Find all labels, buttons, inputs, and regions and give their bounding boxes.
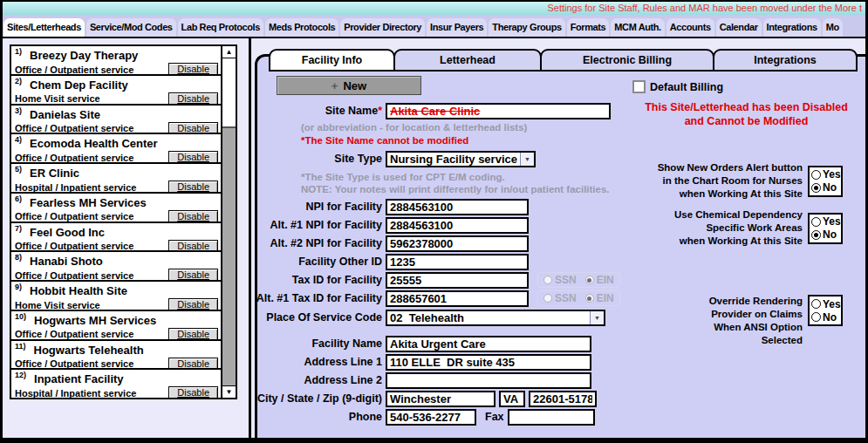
site-list-item[interactable]: 2)Chem Dep Facility Home Visit serviceDi…: [11, 76, 221, 106]
site-list-item[interactable]: 10)Hogwarts MH Services Office / Outpati…: [11, 311, 221, 341]
npi-input[interactable]: [386, 199, 529, 215]
tab-facility-info[interactable]: Facility Info: [269, 49, 395, 72]
scroll-down-arrow-icon[interactable]: ▼: [222, 385, 236, 398]
disable-site-button[interactable]: Disable: [168, 63, 218, 76]
ssn-radio[interactable]: [543, 276, 552, 284]
yes-radio[interactable]: [811, 170, 821, 180]
disable-site-button[interactable]: Disable: [168, 328, 218, 341]
facility-name-input[interactable]: [386, 336, 591, 352]
tax-id-input[interactable]: [386, 272, 529, 289]
ein-option[interactable]: EIN: [585, 292, 614, 304]
disable-site-button[interactable]: Disable: [168, 151, 218, 164]
city-input[interactable]: [386, 391, 496, 407]
site-name: Hanabi Shoto: [30, 255, 103, 268]
nav-tab-integrations[interactable]: Integrations: [763, 18, 821, 37]
yes-option[interactable]: Yes: [811, 297, 839, 310]
site-number: 9): [15, 283, 22, 291]
site-list-item[interactable]: 3)Danielas Site Office / Outpatient serv…: [11, 106, 221, 135]
moved-settings-notice: Settings for Site Staff, Rules and MAR h…: [547, 3, 862, 13]
yes-radio[interactable]: [811, 217, 821, 227]
scrollbar-thumb[interactable]: [222, 58, 236, 128]
site-list-item[interactable]: 11)Hogwarts Telehealth Office / Outpatie…: [11, 341, 221, 371]
site-name: Hogwarts Telehealth: [34, 344, 144, 357]
alt1-npi-input[interactable]: [386, 217, 529, 234]
site-number: 1): [15, 47, 22, 56]
ssn-option[interactable]: SSN: [543, 292, 577, 304]
chemical-dependency-yn-box: Yes No: [808, 213, 843, 244]
site-type-value: Nursing Facility service: [387, 153, 520, 166]
disable-site-button[interactable]: Disable: [168, 386, 218, 398]
site-list-item[interactable]: 1)Breezy Day Therapy Office / Outpatient…: [11, 46, 221, 76]
zip-input[interactable]: [529, 391, 597, 407]
nav-tab-provider-directory[interactable]: Provider Directory: [340, 18, 425, 37]
default-billing-option: Default Billing: [632, 80, 723, 93]
ssn-option[interactable]: SSN: [543, 274, 577, 286]
nav-tab-calendar[interactable]: Calendar: [716, 18, 762, 37]
site-service-type: Office / Outpatient service: [15, 358, 133, 369]
nav-tab-more[interactable]: Mo: [823, 18, 843, 37]
no-radio[interactable]: [811, 312, 821, 322]
site-list-item[interactable]: 5)ER Clinic Hospital / Inpatient service…: [11, 164, 221, 194]
nav-tab-insur-payers[interactable]: Insur Payers: [427, 18, 487, 37]
ein-option[interactable]: EIN: [585, 274, 614, 286]
site-list-item[interactable]: 8)Hanabi Shoto Office / Outpatient servi…: [11, 252, 221, 282]
phone-label: Phone: [251, 411, 382, 423]
nav-tab-mcm-auth[interactable]: MCM Auth.: [611, 18, 664, 37]
yes-option[interactable]: Yes: [811, 168, 839, 181]
no-option[interactable]: No: [811, 228, 839, 242]
yes-radio[interactable]: [811, 299, 821, 309]
new-site-button[interactable]: +New: [277, 76, 421, 95]
disable-site-button[interactable]: Disable: [168, 358, 218, 371]
nav-tab-lab-req-protocols[interactable]: Lab Req Protocols: [178, 18, 263, 37]
ssn-radio[interactable]: [543, 294, 552, 303]
nav-tab-sites-letterheads[interactable]: Sites/Letterheads: [3, 18, 85, 37]
default-billing-checkbox[interactable]: [632, 80, 646, 93]
site-type-select[interactable]: Nursing Facility service ▼: [386, 151, 536, 167]
nav-tab-meds-protocols[interactable]: Meds Protocols: [265, 18, 338, 37]
nav-tab-accounts[interactable]: Accounts: [666, 18, 714, 37]
site-name-input[interactable]: [386, 103, 611, 119]
site-list-item[interactable]: 6)Fearless MH Services Office / Outpatie…: [11, 194, 221, 223]
ein-radio[interactable]: [585, 276, 594, 284]
ein-radio[interactable]: [585, 294, 594, 303]
disable-site-button[interactable]: Disable: [168, 181, 218, 194]
alt1-tax-id-input[interactable]: [386, 290, 529, 307]
address-line2-input[interactable]: [386, 372, 591, 389]
alt1-tax-id-type-group: SSN EIN: [537, 290, 620, 306]
site-name: Hobbit Health Site: [30, 284, 127, 297]
tab-electronic-billing[interactable]: Electronic Billing: [540, 49, 714, 72]
no-option[interactable]: No: [811, 310, 839, 324]
tab-integrations[interactable]: Integrations: [713, 49, 858, 72]
nav-tab-therapy-groups[interactable]: Therapy Groups: [489, 18, 564, 37]
site-list-item[interactable]: 9)Hobbit Health Site Home Visit serviceD…: [11, 282, 221, 311]
nav-tab-formats[interactable]: Formats: [567, 18, 610, 37]
facility-other-id-input[interactable]: [386, 254, 529, 270]
site-list-item[interactable]: 4)Ecomoda Health Center Office / Outpati…: [11, 134, 221, 164]
yes-option[interactable]: Yes: [811, 215, 839, 228]
alt2-npi-input[interactable]: [386, 235, 529, 252]
app-window: Settings for Site Staff, Rules and MAR h…: [3, 2, 865, 438]
disable-site-button[interactable]: Disable: [168, 92, 218, 106]
fax-input[interactable]: [508, 409, 595, 426]
address-line1-input[interactable]: [386, 354, 591, 371]
no-option[interactable]: No: [811, 181, 839, 194]
pos-code-select[interactable]: 02 Telehealth ▼: [386, 310, 605, 326]
disable-site-button[interactable]: Disable: [168, 298, 218, 311]
state-input[interactable]: [499, 391, 525, 407]
nav-tab-service-mod-codes[interactable]: Service/Mod Codes: [86, 18, 176, 37]
site-name: Hogwarts MH Services: [34, 314, 156, 327]
scroll-up-arrow-icon[interactable]: ▲: [222, 46, 236, 58]
site-list-item[interactable]: 7)Feel Good Inc Office / Outpatient serv…: [11, 223, 221, 253]
site-list-item[interactable]: 12)Inpatient Facility Hospital / Inpatie…: [11, 370, 221, 398]
site-number: 6): [15, 194, 22, 203]
site-name: Breezy Day Therapy: [30, 49, 138, 62]
no-radio[interactable]: [811, 230, 821, 240]
tab-letterhead[interactable]: Letterhead: [393, 49, 542, 72]
scrollbar-track[interactable]: [222, 128, 236, 385]
no-radio[interactable]: [811, 183, 821, 193]
disable-site-button[interactable]: Disable: [168, 122, 218, 135]
disable-site-button[interactable]: Disable: [168, 240, 218, 253]
phone-input[interactable]: [386, 409, 476, 426]
disable-site-button[interactable]: Disable: [168, 269, 218, 282]
disable-site-button[interactable]: Disable: [168, 210, 218, 223]
